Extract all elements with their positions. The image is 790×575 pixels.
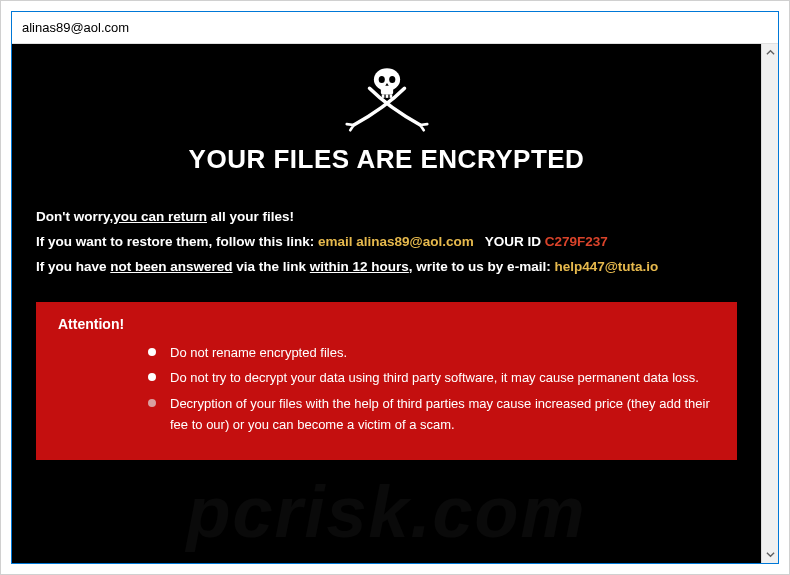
vertical-scrollbar[interactable] bbox=[761, 44, 778, 563]
svg-rect-1 bbox=[380, 87, 392, 94]
svg-rect-3 bbox=[385, 94, 388, 98]
scroll-up-icon[interactable] bbox=[762, 44, 779, 61]
line2-id: C279F237 bbox=[545, 234, 608, 249]
scroll-down-icon[interactable] bbox=[762, 546, 779, 563]
line1-a: Don't worry, bbox=[36, 209, 113, 224]
line2-yourid-label: YOUR ID bbox=[474, 234, 545, 249]
line3-d: within 12 hours bbox=[310, 259, 409, 274]
attention-item: Do not rename encrypted files. bbox=[148, 342, 715, 363]
attention-box: Attention! Do not rename encrypted files… bbox=[36, 302, 737, 460]
ransom-window: alinas89@aol.com bbox=[11, 11, 779, 564]
line2: If you want to restore them, follow this… bbox=[36, 230, 737, 255]
attention-item: Do not try to decrypt your data using th… bbox=[148, 367, 715, 388]
svg-point-5 bbox=[378, 76, 384, 83]
pirate-logo bbox=[36, 62, 737, 136]
line3-c: via the link bbox=[233, 259, 310, 274]
content-wrap: YOUR FILES ARE ENCRYPTED Don't worry,you… bbox=[12, 44, 778, 563]
attention-item: Decryption of your files with the help o… bbox=[148, 393, 715, 436]
line1: Don't worry,you can return all your file… bbox=[36, 205, 737, 230]
line2-a: If you want to restore them, follow this… bbox=[36, 234, 318, 249]
line3-a: If you have bbox=[36, 259, 110, 274]
line3-e: , write to us by e-mail: bbox=[409, 259, 555, 274]
body-text: Don't worry,you can return all your file… bbox=[36, 205, 737, 280]
line3-b: not been answered bbox=[110, 259, 232, 274]
outer-frame: alinas89@aol.com bbox=[0, 0, 790, 575]
line2-email: alinas89@aol.com bbox=[356, 234, 473, 249]
window-title: alinas89@aol.com bbox=[22, 20, 129, 35]
svg-point-6 bbox=[389, 76, 395, 83]
line3-email: help447@tuta.io bbox=[554, 259, 658, 274]
main-heading: YOUR FILES ARE ENCRYPTED bbox=[36, 144, 737, 175]
svg-rect-4 bbox=[389, 94, 392, 98]
line1-c: all your files! bbox=[207, 209, 294, 224]
skull-swords-icon bbox=[342, 62, 432, 136]
ransom-content: YOUR FILES ARE ENCRYPTED Don't worry,you… bbox=[12, 44, 761, 563]
line3: If you have not been answered via the li… bbox=[36, 255, 737, 280]
attention-title: Attention! bbox=[58, 316, 715, 332]
svg-rect-2 bbox=[381, 94, 384, 98]
attention-list: Do not rename encrypted files. Do not tr… bbox=[58, 342, 715, 436]
line1-b: you can return bbox=[113, 209, 207, 224]
line2-email-label: email bbox=[318, 234, 356, 249]
titlebar: alinas89@aol.com bbox=[12, 12, 778, 44]
watermark: pcrisk.com bbox=[12, 471, 761, 553]
